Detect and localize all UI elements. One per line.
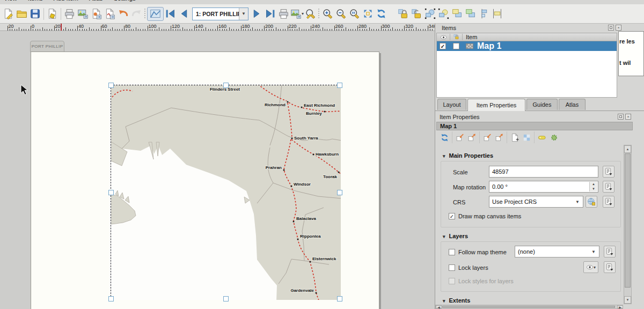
resize-handle-top-center[interactable]	[223, 83, 229, 88]
menu-view[interactable]: View	[0, 0, 23, 4]
draw-map-canvas-items-checkbox[interactable]	[449, 213, 455, 219]
duplicate-layout-button[interactable]	[46, 7, 59, 21]
lower-items-button[interactable]	[464, 7, 477, 21]
menu-settings[interactable]: Settings	[108, 0, 141, 4]
last-feature-button[interactable]	[264, 7, 277, 21]
ungroup-items-button[interactable]	[437, 7, 450, 21]
zoom-out-button[interactable]	[334, 7, 348, 21]
print-atlas-button[interactable]	[277, 7, 290, 21]
crs-combo[interactable]: Use Project CRS ▼	[489, 196, 583, 208]
item-properties-float-button[interactable]	[618, 114, 624, 120]
add-items-from-template-button[interactable]	[15, 7, 28, 21]
preview-atlas-toggle[interactable]	[147, 7, 164, 21]
map-rotation-input[interactable]: 0.00 ° ▲▼	[489, 181, 598, 193]
scale-override-button[interactable]	[603, 166, 614, 178]
previous-feature-button[interactable]	[177, 7, 191, 21]
layout-properties-button[interactable]	[2, 7, 15, 21]
item-properties-close-button[interactable]: ×	[625, 114, 631, 120]
tab-item-properties[interactable]: Item Properties	[467, 99, 525, 111]
horizontal-scroll-thumb[interactable]	[442, 306, 615, 308]
zoom-in-button[interactable]	[321, 7, 334, 21]
unlock-items-button[interactable]	[410, 7, 423, 21]
group-items-button[interactable]	[423, 7, 437, 21]
save-project-button[interactable]	[28, 7, 42, 21]
resize-handle-middle-left[interactable]	[108, 190, 114, 195]
map-rotation-override-button[interactable]	[603, 181, 614, 193]
properties-vertical-scrollbar[interactable]: ▲ ▼	[624, 145, 632, 304]
section-main-properties[interactable]: Main Properties	[443, 152, 493, 159]
scroll-right-button[interactable]: ▶	[617, 305, 623, 308]
resize-handle-top-left[interactable]	[108, 83, 114, 88]
crs-select-button[interactable]	[586, 196, 597, 208]
refresh-view-button[interactable]	[375, 7, 388, 21]
follow-theme-override-button[interactable]	[604, 246, 616, 258]
first-feature-button[interactable]	[164, 7, 177, 21]
horizontal-ruler[interactable]: 2002040608010012014016018020022024026028…	[0, 24, 435, 31]
advanced-settings-button[interactable]	[548, 132, 560, 143]
export-atlas-button[interactable]: ▾	[290, 7, 304, 21]
item-visibility-checkbox[interactable]	[440, 43, 446, 49]
layout-canvas[interactable]: PORT PHILLIP	[0, 32, 435, 309]
labeling-settings-button[interactable]	[521, 132, 532, 143]
resize-handle-middle-right[interactable]	[337, 190, 342, 195]
menu-items[interactable]: Items	[23, 0, 48, 4]
items-panel-float-button[interactable]	[608, 25, 614, 31]
tab-atlas[interactable]: Atlas	[559, 99, 586, 110]
items-panel-close-button[interactable]: ×	[616, 25, 621, 31]
resize-handle-bottom-right[interactable]	[337, 296, 342, 301]
atlas-feature-combo[interactable]: 1: PORT PHILLIP▼	[192, 8, 248, 20]
crs-override-button[interactable]	[603, 196, 614, 208]
layout-page[interactable]: Flinders StreetRichmondEast RichmondBurn…	[31, 52, 379, 309]
section-layers[interactable]: Layers	[443, 233, 468, 239]
map-item-frame[interactable]: Flinders StreetRichmondEast RichmondBurn…	[111, 85, 340, 299]
resize-handle-bottom-left[interactable]	[108, 296, 114, 301]
properties-horizontal-scrollbar[interactable]: ◀ ▶	[435, 305, 623, 309]
lock-layers-eye-button[interactable]: ▾	[583, 261, 598, 273]
redo-button[interactable]	[130, 7, 143, 21]
next-feature-button[interactable]	[250, 7, 264, 21]
items-list-row[interactable]: Map 1	[437, 41, 617, 51]
edit-extent-interactively-button[interactable]	[509, 132, 521, 143]
menu-atlas[interactable]: Atlas	[84, 0, 108, 4]
lock-layers-override-button[interactable]	[604, 261, 616, 273]
resize-handle-bottom-center[interactable]	[223, 296, 229, 301]
item-lock-checkbox[interactable]	[453, 43, 459, 49]
toolbar-grip[interactable]	[317, 9, 321, 19]
resize-handle-top-right[interactable]	[337, 83, 342, 88]
align-items-button[interactable]	[477, 7, 491, 21]
map-theme-combo[interactable]: (none) ▼	[515, 246, 599, 258]
clipping-settings-button[interactable]	[536, 132, 548, 143]
menu-add-item[interactable]: Add Item	[48, 0, 84, 4]
lock-layers-checkbox[interactable]	[449, 264, 455, 271]
view-extent-in-canvas-button[interactable]	[466, 132, 478, 143]
update-preview-button[interactable]	[438, 132, 450, 143]
print-layout-button[interactable]	[63, 7, 76, 21]
undo-button[interactable]	[116, 7, 130, 21]
chevron-down-icon[interactable]: ▼	[239, 8, 248, 20]
set-extent-from-canvas-button[interactable]	[454, 132, 466, 143]
export-as-svg-button[interactable]	[90, 7, 103, 21]
scroll-down-button[interactable]: ▼	[624, 296, 631, 304]
scroll-up-button[interactable]: ▲	[624, 145, 631, 153]
items-list[interactable]: Map 1	[436, 41, 617, 98]
zoom-full-button[interactable]	[361, 7, 375, 21]
distribute-items-button[interactable]	[491, 7, 504, 21]
ruler-tick	[243, 29, 244, 31]
export-as-pdf-button[interactable]	[103, 7, 116, 21]
tab-layout[interactable]: Layout	[437, 99, 466, 110]
export-as-image-button[interactable]	[76, 7, 90, 21]
section-extents[interactable]: Extents	[443, 297, 470, 304]
atlas-settings-button[interactable]	[304, 7, 317, 21]
scale-input[interactable]: 48597	[489, 166, 598, 178]
vertical-scroll-thumb[interactable]	[625, 153, 631, 288]
raise-items-button[interactable]	[450, 7, 464, 21]
follow-map-theme-checkbox[interactable]	[449, 249, 455, 255]
scroll-left-button[interactable]: ◀	[436, 305, 442, 308]
tab-guides[interactable]: Guides	[526, 99, 558, 110]
view-scale-in-canvas-button[interactable]	[493, 132, 505, 143]
lock-items-button[interactable]	[397, 7, 410, 21]
zoom-actual-button[interactable]	[348, 7, 361, 21]
toolbar-grip[interactable]	[143, 9, 147, 19]
set-scale-from-canvas-button[interactable]	[481, 132, 493, 143]
map-rotation-spinner[interactable]: ▲▼	[589, 182, 597, 192]
